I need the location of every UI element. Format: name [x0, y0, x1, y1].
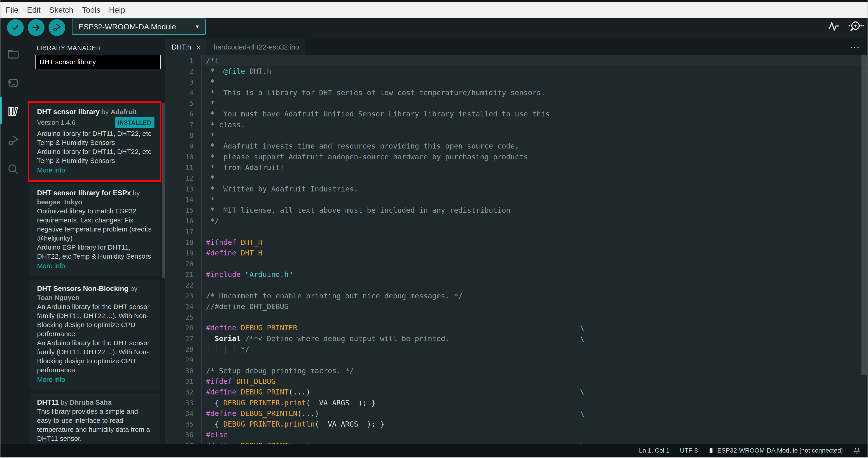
code-line: [206, 259, 584, 269]
upload-button[interactable]: [28, 19, 44, 36]
menu-sketch[interactable]: Sketch: [45, 5, 78, 15]
line-number: 26: [165, 322, 193, 333]
sidebar-item-debug[interactable]: [6, 133, 20, 147]
window-top-edge: [0, 0, 868, 2]
line-number: 3: [165, 77, 193, 87]
line-number: 4: [165, 87, 193, 98]
active-sidebar-indicator: [0, 97, 2, 124]
line-number: 9: [165, 141, 193, 151]
code-line: * Written by Adafruit Industries.: [206, 184, 584, 194]
menu-tools[interactable]: Tools: [78, 5, 105, 15]
line-number: 31: [165, 376, 193, 387]
library-author: beegee_tokyo: [37, 198, 82, 206]
notifications-button[interactable]: [853, 447, 861, 455]
code-line: #define DEBUG_PRINTER \: [206, 322, 584, 333]
serial-monitor-button[interactable]: [848, 20, 864, 33]
line-number: 20: [165, 259, 193, 269]
library-entry[interactable]: DHT sensor library by AdafruitVersion 1.…: [29, 103, 160, 180]
tab-DHT.h[interactable]: DHT.h×: [165, 39, 207, 55]
encoding: UTF-8: [680, 447, 698, 454]
serial-monitor-icon: [848, 20, 864, 33]
library-author: Dhruba Saha: [70, 399, 112, 406]
library-entry-title: DHT11 by Dhruba Saha: [37, 398, 154, 407]
code-line: [206, 312, 584, 322]
menu-help[interactable]: Help: [104, 5, 129, 15]
bell-icon: [853, 447, 861, 455]
code-line: * @file DHT.h: [206, 66, 584, 77]
more-info-link[interactable]: More info: [37, 166, 154, 175]
code-line: * MIT license, all text above must be in…: [206, 205, 584, 216]
code-line: * class.: [206, 120, 584, 130]
sidebar-item-search[interactable]: [6, 162, 20, 176]
library-entry-title: DHT sensor library by Adafruit: [37, 107, 154, 116]
close-tab-icon[interactable]: ×: [196, 44, 200, 51]
line-number: 8: [165, 130, 193, 141]
line-number: 1: [165, 55, 193, 66]
code-line: #define DEBUG_PRINTLN(...) \: [206, 408, 584, 419]
by-label: by: [100, 108, 111, 116]
more-info-link[interactable]: More info: [37, 375, 154, 384]
code-line: #define DEBUG_PRINT(...) \: [206, 387, 584, 397]
tab-strip: DHT.h×hardcoded-dht22-esp32.ino: [165, 39, 868, 55]
line-number: 12: [165, 173, 193, 183]
line-number: 25: [165, 312, 193, 322]
menu-edit[interactable]: Edit: [23, 5, 45, 15]
code-line: * Adafruit invests time and resources pr…: [206, 141, 584, 151]
sidebar-item-sketchbook[interactable]: [6, 47, 20, 61]
by-label: by: [128, 285, 137, 292]
sidebar-item-library-manager[interactable]: [6, 105, 20, 118]
board-connection-status[interactable]: ESP32-WROOM-DA Module [not connected]: [708, 447, 843, 454]
line-number: 18: [165, 237, 193, 248]
code-line: * from Adafruit!: [206, 162, 584, 173]
code-line: //#define DHT_DEBUG: [206, 301, 584, 312]
serial-plotter-button[interactable]: [828, 20, 840, 33]
code-line: [206, 227, 584, 237]
check-icon: [10, 22, 21, 33]
code-editor-content[interactable]: /*! * @file DHT.h * * This is a library …: [206, 55, 584, 444]
library-search-input[interactable]: [35, 55, 161, 69]
code-line: *: [206, 130, 584, 141]
line-number: 35: [165, 419, 193, 430]
code-line: #include "Arduino.h": [206, 269, 584, 280]
by-label: by: [131, 189, 140, 197]
library-author: Adafruit: [111, 108, 136, 116]
editor-overflow-menu[interactable]: ⋯: [849, 39, 861, 55]
code-line: Serial /**< Define where debug output wi…: [206, 334, 584, 344]
code-line: #define DEBUG_PRINT(...) \: [206, 440, 584, 444]
library-author: Toan Nguyen: [37, 294, 80, 301]
start-debugging-button[interactable]: [49, 19, 65, 36]
panel-scrollbar[interactable]: [162, 103, 165, 278]
line-number: 33: [165, 398, 193, 408]
board-selector-dropdown[interactable]: ESP32-WROOM-DA Module ▼: [72, 19, 206, 35]
line-number: 14: [165, 194, 193, 205]
library-description: Arduino library for DHT11, DHT22, etc Te…: [37, 129, 154, 147]
library-entry[interactable]: DHT sensor library for ESPx by beegee_to…: [29, 184, 160, 276]
library-entry-title: DHT Sensors Non-Blocking by Toan Nguyen: [37, 284, 154, 302]
verify-button[interactable]: [7, 19, 24, 36]
line-number: 13: [165, 184, 193, 194]
code-line: * This is a library for DHT series of lo…: [206, 87, 584, 98]
line-number: 28: [165, 344, 193, 355]
library-entry[interactable]: DHT11 by Dhruba SahaThis library provide…: [29, 393, 160, 444]
board-selector-label: ESP32-WROOM-DA Module: [79, 22, 176, 31]
more-info-link[interactable]: More info: [37, 261, 154, 270]
sidebar-item-boards-manager[interactable]: [6, 76, 20, 90]
menu-file[interactable]: File: [1, 5, 23, 15]
line-number: 21: [165, 269, 193, 280]
code-line: * please support Adafruit andopen-source…: [206, 152, 584, 162]
code-line: */: [206, 216, 584, 226]
installed-badge: INSTALLED: [115, 117, 154, 128]
debug-icon: [6, 133, 20, 147]
by-label: by: [59, 399, 69, 406]
library-entry[interactable]: DHT Sensors Non-Blocking by Toan NguyenA…: [29, 280, 160, 390]
library-version: Version 1.4.6: [37, 118, 75, 127]
code-line: * You must have Adafruit Unified Sensor …: [206, 109, 584, 119]
line-number: 16: [165, 216, 193, 226]
tab-hardcoded-dht22-esp32.ino[interactable]: hardcoded-dht22-esp32.ino: [207, 39, 306, 55]
line-number: 29: [165, 355, 193, 365]
code-line: /* Setup debug printing macros. */: [206, 366, 584, 376]
code-line: *: [206, 77, 584, 87]
search-icon: [6, 162, 20, 176]
editor-scrollbar[interactable]: [862, 55, 867, 375]
line-number-gutter: 1234567891011121314151617181920212223242…: [165, 55, 202, 444]
